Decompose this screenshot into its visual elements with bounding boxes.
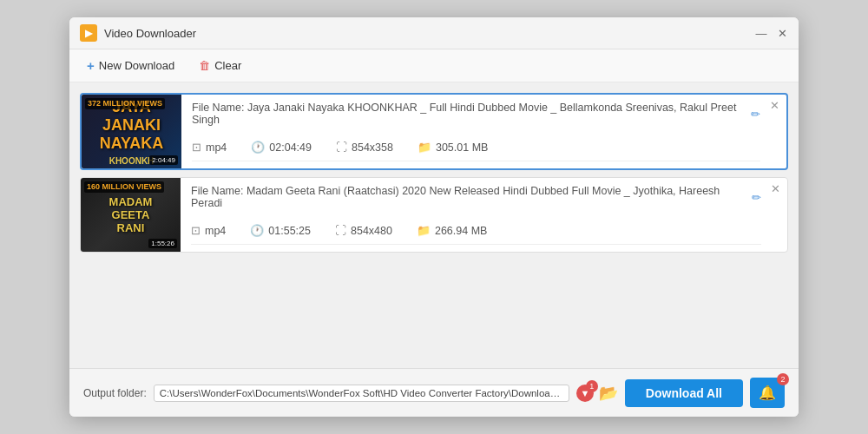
duration-badge-2: 1:55:26 <box>148 239 177 248</box>
views-badge-1: 372 MILLION VIEWS <box>85 98 165 109</box>
clock-icon-2: 🕐 <box>250 224 264 237</box>
window-controls: — ✕ <box>755 27 788 39</box>
folder-open-icon: 📂 <box>599 385 618 402</box>
clear-label: Clear <box>214 59 241 72</box>
filename-1: File Name: Jaya Janaki Nayaka KHOONKHAR … <box>192 102 742 126</box>
close-button[interactable]: ✕ <box>776 27 788 39</box>
download-all-button[interactable]: Download All <box>625 379 743 407</box>
resolution-icon-1: ⛶ <box>336 141 347 154</box>
close-item-2-button[interactable]: ✕ <box>771 183 780 194</box>
minimize-button[interactable]: — <box>755 27 767 39</box>
thumbnail-2: 160 MILLION VIEWS MADAMGEETARANI 1:55:26 <box>81 178 181 252</box>
trash-icon: 🗑 <box>199 59 210 72</box>
new-download-button[interactable]: + New Download <box>83 56 178 75</box>
clear-button[interactable]: 🗑 Clear <box>195 57 245 74</box>
folder-icon-2: 📁 <box>417 224 431 237</box>
edit-icon-2[interactable]: ✏ <box>752 191 761 204</box>
bottom-bar: Output folder: C:\Users\WonderFox\Docume… <box>69 368 799 417</box>
folder-icon-1: 📁 <box>418 141 431 154</box>
output-label: Output folder: <box>83 387 147 399</box>
path-controls: ▼ 1 📂 <box>576 384 618 403</box>
browse-folder-button[interactable]: 📂 <box>599 384 618 403</box>
resolution-icon-2: ⛶ <box>335 224 346 237</box>
item-info-1: File Name: Jaya Janaki Nayaka KHOONKHAR … <box>181 95 786 168</box>
meta-row-1: ⊡ mp4 🕐 02:04:49 ⛶ 854x358 📁 <box>192 141 760 154</box>
dropdown-badge: 1 <box>586 380 598 392</box>
thumbnail-1: 372 MILLION VIEWS JAYA JANAKINAYAKA KHOO… <box>82 95 181 168</box>
meta-row-2: ⊡ mp4 🕐 01:55:25 ⛶ 854x480 📁 <box>191 224 761 237</box>
alarm-icon: 🔔 <box>759 385 776 400</box>
app-title: Video Downloader <box>104 27 748 40</box>
app-window: ▶ Video Downloader — ✕ + New Download 🗑 … <box>69 17 799 417</box>
plus-icon: + <box>87 58 95 73</box>
output-path: C:\Users\WonderFox\Documents\WonderFox S… <box>154 385 569 402</box>
download-item-1: 372 MILLION VIEWS JAYA JANAKINAYAKA KHOO… <box>80 93 788 170</box>
dropdown-button[interactable]: ▼ 1 <box>576 385 594 402</box>
format-icon-2: ⊡ <box>191 224 201 237</box>
format-2: ⊡ mp4 <box>191 224 226 237</box>
download-item-2: 160 MILLION VIEWS MADAMGEETARANI 1:55:26… <box>80 177 788 253</box>
app-icon: ▶ <box>80 24 97 42</box>
toolbar: + New Download 🗑 Clear <box>69 49 799 82</box>
new-download-label: New Download <box>99 59 174 72</box>
filename-2: File Name: Madam Geeta Rani (Raatchasi) … <box>191 185 743 209</box>
alarm-badge: 2 <box>777 373 789 385</box>
content-area: 372 MILLION VIEWS JAYA JANAKINAYAKA KHOO… <box>69 82 799 368</box>
title-bar: ▶ Video Downloader — ✕ <box>69 17 799 49</box>
format-icon-1: ⊡ <box>192 141 201 154</box>
thumb-title-2: MADAMGEETARANI <box>106 195 156 234</box>
duration-badge-1: 2:04:49 <box>149 155 178 165</box>
duration-2: 🕐 01:55:25 <box>250 224 311 237</box>
edit-icon-1[interactable]: ✏ <box>751 108 760 121</box>
resolution-1: ⛶ 854x358 <box>336 141 393 154</box>
duration-1: 🕐 02:04:49 <box>251 141 312 154</box>
format-1: ⊡ mp4 <box>192 141 227 154</box>
thumb-subtitle-1: KHOONKH <box>109 156 155 166</box>
views-badge-2: 160 MILLION VIEWS <box>84 181 164 193</box>
item-info-2: File Name: Madam Geeta Rani (Raatchasi) … <box>181 178 787 252</box>
clock-icon-1: 🕐 <box>251 141 265 154</box>
resolution-2: ⛶ 854x480 <box>335 224 392 237</box>
alarm-button[interactable]: 🔔 2 <box>750 378 785 408</box>
size-2: 📁 266.94 MB <box>417 224 487 237</box>
size-1: 📁 305.01 MB <box>418 141 488 154</box>
close-item-1-button[interactable]: ✕ <box>770 100 779 111</box>
